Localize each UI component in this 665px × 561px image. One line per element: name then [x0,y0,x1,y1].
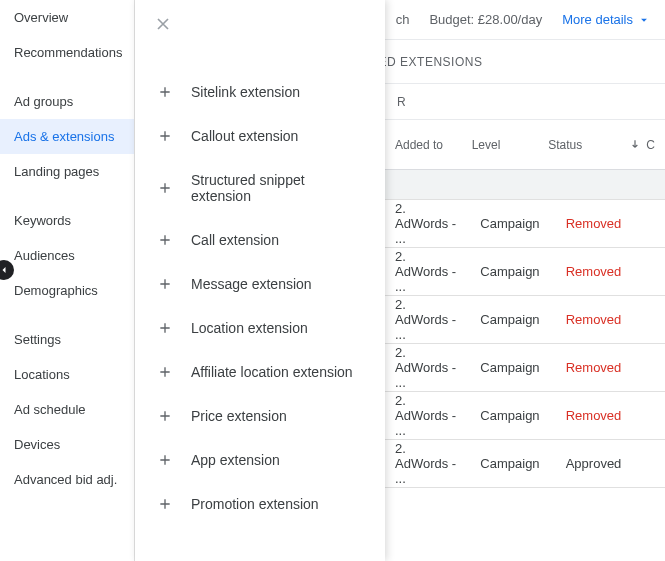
cell-status: Removed [556,312,645,327]
plus-icon [157,320,173,336]
extension-option-label: Call extension [191,232,279,248]
col-header-status[interactable]: Status [538,138,618,152]
extension-option-label: Structured snippet extension [191,172,363,204]
cell-level: Campaign [470,408,555,423]
plus-icon [157,128,173,144]
sidebar-item-settings[interactable]: Settings [0,322,134,357]
search-type-fragment: ch [396,12,410,27]
plus-icon [157,180,173,196]
plus-icon [157,364,173,380]
sidebar-item-advanced-bid-adj[interactable]: Advanced bid adj. [0,462,134,497]
cell-status: Removed [556,408,645,423]
extension-option-label: Price extension [191,408,287,424]
extension-option[interactable]: Price extension [135,394,385,438]
extension-option-label: Affiliate location extension [191,364,353,380]
extension-option[interactable]: Call extension [135,218,385,262]
extension-option-label: Sitelink extension [191,84,300,100]
chevron-left-icon [0,264,10,276]
sidebar-item-keywords[interactable]: Keywords [0,203,134,238]
cell-level: Campaign [470,312,555,327]
close-button[interactable] [153,14,173,37]
chevron-down-icon [637,13,651,27]
col-header-level[interactable]: Level [462,138,539,152]
extension-option-label: Message extension [191,276,312,292]
plus-icon [157,496,173,512]
col-header-last-label: C [646,138,655,152]
extension-option[interactable]: App extension [135,438,385,482]
sidebar-item-overview[interactable]: Overview [0,0,134,35]
cell-status: Removed [556,360,645,375]
cell-added-to: 2. AdWords - ... [385,297,470,342]
cell-added-to: 2. AdWords - ... [385,345,470,390]
extension-option-label: App extension [191,452,280,468]
extension-option[interactable]: Sitelink extension [135,70,385,114]
plus-icon [157,452,173,468]
arrow-down-icon [628,138,642,152]
sidebar-item-ads-extensions[interactable]: Ads & extensions [0,119,134,154]
extension-option[interactable]: Promotion extension [135,482,385,526]
sidebar-item-locations[interactable]: Locations [0,357,134,392]
cell-added-to: 2. AdWords - ... [385,393,470,438]
sidebar-item-ad-schedule[interactable]: Ad schedule [0,392,134,427]
cell-level: Campaign [470,360,555,375]
extension-option-label: Promotion extension [191,496,319,512]
plus-icon [157,408,173,424]
extension-option-label: Callout extension [191,128,298,144]
cell-added-to: 2. AdWords - ... [385,441,470,486]
sidebar-item-recommendations[interactable]: Recommendations [0,35,134,70]
extension-option[interactable]: Affiliate location extension [135,350,385,394]
extension-option[interactable]: Callout extension [135,114,385,158]
cell-added-to: 2. AdWords - ... [385,249,470,294]
extension-option[interactable]: Structured snippet extension [135,158,385,218]
extension-option[interactable]: Message extension [135,262,385,306]
col-header-added-to[interactable]: Added to [385,138,462,152]
cell-level: Campaign [470,216,555,231]
extension-option[interactable]: Location extension [135,306,385,350]
sidebar-item-demographics[interactable]: Demographics [0,273,134,308]
cell-status: Removed [556,264,645,279]
cell-status: Removed [556,216,645,231]
sidebar-item-audiences[interactable]: Audiences [0,238,134,273]
more-details-label: More details [562,12,633,27]
col-header-sort[interactable]: C [618,138,665,152]
extension-option-label: Location extension [191,320,308,336]
plus-icon [157,232,173,248]
cell-status: Approved [556,456,645,471]
sidebar-item-landing-pages[interactable]: Landing pages [0,154,134,189]
sidebar-item-devices[interactable]: Devices [0,427,134,462]
close-icon [153,14,173,34]
sidebar: Overview Recommendations Ad groups Ads &… [0,0,135,561]
filter-fragment: R [397,95,406,109]
more-details-toggle[interactable]: More details [562,12,651,27]
cell-level: Campaign [470,264,555,279]
budget-label: Budget: £28.00/day [429,12,542,27]
plus-icon [157,84,173,100]
cell-added-to: 2. AdWords - ... [385,201,470,246]
cell-level: Campaign [470,456,555,471]
sidebar-item-ad-groups[interactable]: Ad groups [0,84,134,119]
plus-icon [157,276,173,292]
extension-type-popover: Sitelink extensionCallout extensionStruc… [135,0,385,561]
